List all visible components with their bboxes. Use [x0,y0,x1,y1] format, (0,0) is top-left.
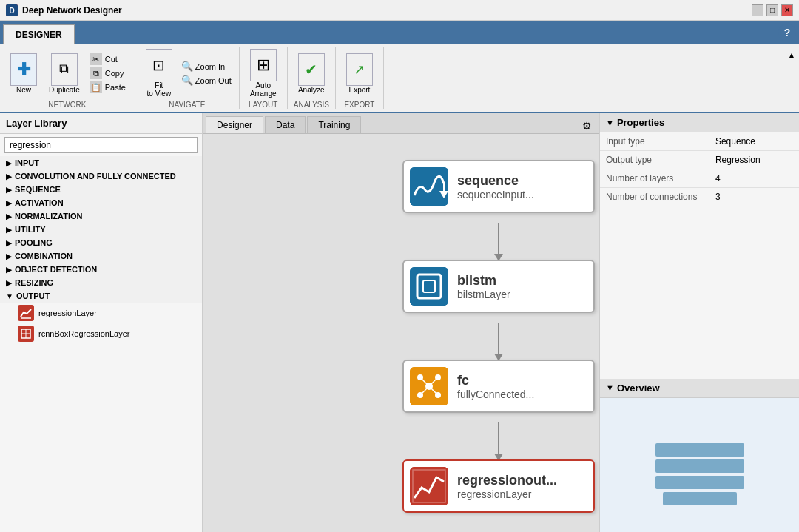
canvas-panel: Designer Data Training ⚙ [203,113,599,532]
zoom-in-button[interactable]: 🔍 Zoom In [180,60,233,73]
paste-label: Paste [105,83,126,92]
property-num-layers: Number of layers 4 [600,169,799,188]
node-bilstm[interactable]: bilstm bilstmLayer [402,260,595,313]
rcnn-layer-label: rcnnBoxRegressionLayer [38,329,130,338]
chevron-sequence: ▶ [6,186,12,194]
canvas-settings-icon[interactable]: ⚙ [578,118,596,133]
canvas-tabs: Designer Data Training ⚙ [203,113,599,134]
collapse-icon: ▲ [787,50,796,61]
regression-output-name: regressionout... [457,473,557,488]
category-activation-label: ACTIVATION [15,198,64,207]
layer-item-rcnn[interactable]: rcnnBoxRegressionLayer [0,323,202,344]
zoom-out-icon: 🔍 [181,75,193,86]
category-output[interactable]: ▼ OUTPUT [0,289,202,303]
clipboard-group: ✂ Cut ⧉ Copy 📋 Paste [87,53,129,94]
category-sequence[interactable]: ▶ SEQUENCE [0,183,202,196]
property-input-type-label: Input type [600,132,709,151]
svg-rect-14 [410,167,448,206]
duplicate-button[interactable]: ⧉ Duplicate [44,52,84,95]
regression-output-icon [410,467,448,505]
node-sequence-input[interactable]: sequence sequenceInput... [402,160,595,213]
fit-to-view-label: Fitto View [147,81,172,98]
zoom-in-icon: 🔍 [181,61,193,72]
sequence-input-name: sequence [457,173,534,189]
cut-label: Cut [105,55,118,64]
new-icon: ✚ [10,53,37,86]
duplicate-icon: ⧉ [51,53,78,86]
sequence-input-type: sequenceInput... [457,189,534,201]
property-output-type-value: Regression [709,151,799,169]
chevron-input: ▶ [6,159,12,167]
chevron-resizing: ▶ [6,279,12,287]
title-bar: D Deep Network Designer − □ ✕ [0,0,799,21]
tab-designer[interactable]: DESIGNER [3,24,75,44]
tab-designer[interactable]: Designer [206,116,263,133]
tab-data[interactable]: Data [265,116,306,133]
help-button[interactable]: ? [778,24,796,41]
layer-library-title: Layer Library [6,118,67,129]
zoom-out-button[interactable]: 🔍 Zoom Out [180,74,233,87]
sequence-input-icon [410,167,448,206]
property-num-connections-value: 3 [709,188,799,206]
canvas-area[interactable]: sequence sequenceInput... bilstm bilstmL… [203,134,599,532]
overview-title: Overview [617,383,660,394]
tab-training[interactable]: Training [307,116,361,133]
bilstm-text: bilstm bilstmLayer [457,273,510,300]
regression-output-type: regressionLayer [457,488,557,500]
category-pooling[interactable]: ▶ POOLING [0,236,202,249]
node-regression-output[interactable]: regressionout... regressionLayer [402,459,595,513]
properties-header[interactable]: ▼ Properties [600,113,799,132]
navigate-group-label: NAVIGATE [141,101,233,109]
category-utility[interactable]: ▶ UTILITY [0,223,202,236]
maximize-button[interactable]: □ [766,4,778,16]
category-object-detection-label: OBJECT DETECTION [15,265,97,274]
ribbon-group-network: ✚ New ⧉ Duplicate ✂ Cut ⧉ Copy [0,47,135,109]
category-output-label: OUTPUT [16,292,50,300]
category-pooling-label: POOLING [15,238,53,247]
properties-table: Input type Sequence Output type Regressi… [600,132,799,206]
layer-library-search[interactable] [4,137,198,153]
layer-item-regression[interactable]: regressionLayer [0,303,202,323]
zoom-group: 🔍 Zoom In 🔍 Zoom Out [180,60,233,87]
cut-button[interactable]: ✂ Cut [87,53,129,66]
analyze-button[interactable]: ✔ Analyze [294,52,329,95]
paste-button[interactable]: 📋 Paste [87,81,129,94]
ribbon-items-network: ✚ New ⧉ Duplicate ✂ Cut ⧉ Copy [6,47,129,99]
category-combination[interactable]: ▶ COMBINATION [0,249,202,263]
category-input[interactable]: ▶ INPUT [0,156,202,169]
property-num-connections-label: Number of connections [600,188,709,206]
overview-section: ▼ Overview [600,379,799,533]
copy-label: Copy [105,69,124,78]
category-normalization[interactable]: ▶ NORMALIZATION [0,209,202,223]
minimize-button[interactable]: − [752,4,763,16]
category-sequence-label: SEQUENCE [15,185,61,194]
fc-name: fc [457,373,534,388]
copy-button[interactable]: ⧉ Copy [87,67,129,80]
new-button[interactable]: ✚ New [6,52,41,95]
properties-title: Properties [617,117,664,128]
category-object-detection[interactable]: ▶ OBJECT DETECTION [0,263,202,276]
category-convolution[interactable]: ▶ CONVOLUTION AND FULLY CONNECTED [0,169,202,183]
category-resizing[interactable]: ▶ RESIZING [0,276,202,289]
auto-arrange-button[interactable]: ⊞ AutoArrange [246,47,281,99]
duplicate-label: Duplicate [49,86,80,94]
export-button[interactable]: ↗ Export [342,52,377,95]
ribbon-collapse-button[interactable]: ▲ [784,47,799,109]
chevron-output: ▼ [6,292,13,300]
chevron-object-detection: ▶ [6,266,12,274]
close-button[interactable]: ✕ [781,4,793,16]
overview-content [600,398,799,533]
property-num-connections: Number of connections 3 [600,188,799,206]
regression-layer-label: regressionLayer [38,309,97,317]
node-fc[interactable]: fc fullyConnected... [402,360,595,413]
bilstm-name: bilstm [457,273,510,289]
fit-to-view-button[interactable]: ⊡ Fitto View [141,47,177,99]
category-activation[interactable]: ▶ ACTIVATION [0,196,202,209]
property-input-type: Input type Sequence [600,132,799,151]
export-group-label: EXPORT [342,101,377,109]
export-icon: ↗ [346,53,373,86]
auto-arrange-icon: ⊞ [250,49,277,81]
cut-icon: ✂ [90,53,102,65]
overview-block-3 [663,492,737,505]
overview-header[interactable]: ▼ Overview [600,379,799,398]
